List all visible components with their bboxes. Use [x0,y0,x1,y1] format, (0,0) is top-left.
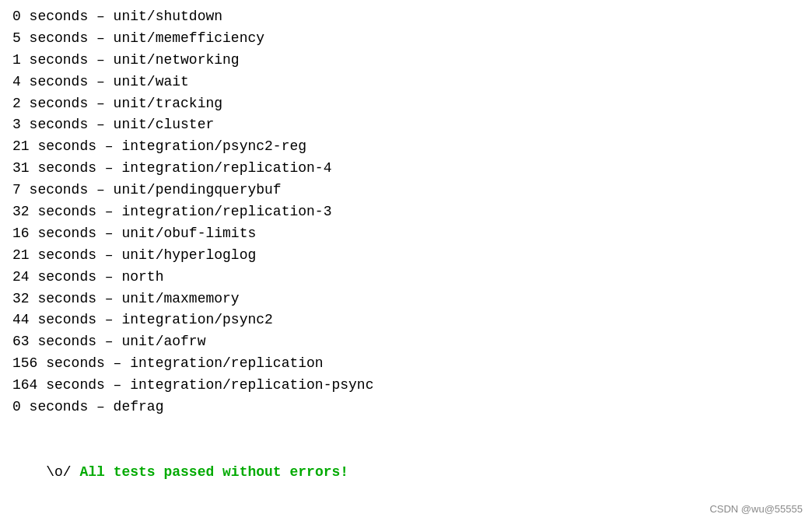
line-12: 24 seconds – north [12,267,800,288]
line-7: 31 seconds – integration/replication-4 [12,158,800,180]
line-15: 63 seconds – unit/aofrw [12,331,800,353]
blank-line-1 [12,418,800,440]
blank-line-2 [12,505,800,521]
success-line: \o/ All tests passed without errors! [12,440,800,505]
line-2: 1 seconds – unit/networking [12,50,800,72]
line-8: 7 seconds – unit/pendingquerybuf [12,180,800,201]
success-message: All tests passed without errors! [72,464,348,480]
line-5: 3 seconds – unit/cluster [12,114,800,136]
line-14: 44 seconds – integration/psync2 [12,309,800,331]
line-1: 5 seconds – unit/memefficiency [12,28,800,50]
line-0: 0 seconds – unit/shutdown [12,6,800,28]
terminal-output: 0 seconds – unit/shutdown 5 seconds – un… [0,0,812,521]
line-17: 164 seconds – integration/replication-ps… [12,375,800,397]
line-10: 16 seconds – unit/obuf-limits [12,223,800,245]
line-16: 156 seconds – integration/replication [12,353,800,375]
line-6: 21 seconds – integration/psync2-reg [12,136,800,158]
line-13: 32 seconds – unit/maxmemory [12,288,800,310]
line-11: 21 seconds – unit/hyperloglog [12,245,800,267]
line-4: 2 seconds – unit/tracking [12,93,800,115]
line-18: 0 seconds – defrag [12,397,800,418]
success-prefix: \o/ [46,464,71,480]
line-9: 32 seconds – integration/replication-3 [12,201,800,223]
watermark: CSDN @wu@55555 [709,503,803,515]
line-3: 4 seconds – unit/wait [12,72,800,93]
